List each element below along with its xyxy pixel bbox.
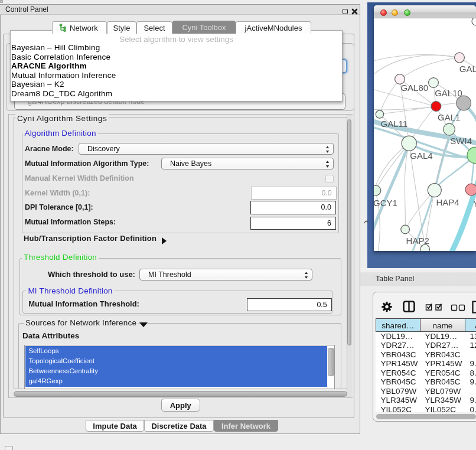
svg-text:GAL7: GAL7 [459,64,476,74]
svg-text:HAP2: HAP2 [406,236,429,246]
svg-text:HAP4: HAP4 [436,197,459,207]
svg-text:Y: Y [473,198,476,208]
svg-text:GAL4: GAL4 [410,151,432,161]
svg-text:GAL80: GAL80 [400,83,428,93]
svg-text:GAL1: GAL1 [438,112,460,122]
svg-text:GCY1: GCY1 [374,198,397,208]
svg-text:GAL10: GAL10 [435,88,462,98]
svg-text:SWI4: SWI4 [450,136,472,146]
svg-text:GAL11: GAL11 [381,119,408,129]
